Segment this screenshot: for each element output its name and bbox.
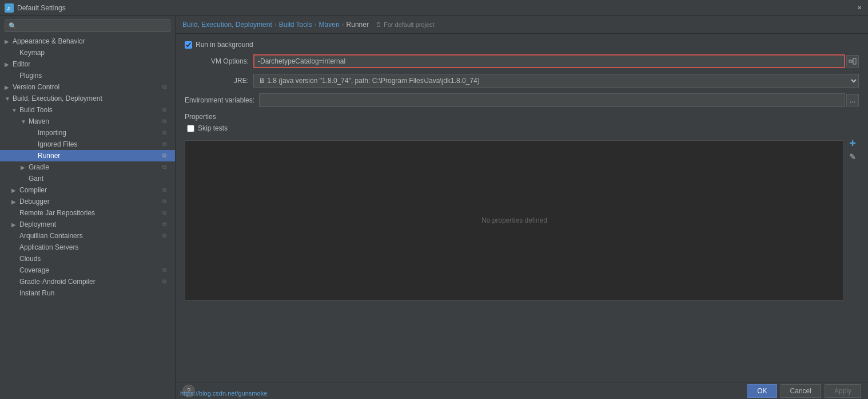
copy-icon: ⧉ <box>162 210 170 216</box>
sidebar-item-version-control[interactable]: ▶ Version Control ⧉ <box>0 81 175 93</box>
sidebar-item-compiler[interactable]: ▶ Compiler ⧉ <box>0 184 175 196</box>
for-default-label: 🗒 For default project <box>376 21 435 28</box>
arrow-icon: ▶ <box>11 187 19 193</box>
sidebar-item-application-servers[interactable]: Application Servers <box>0 242 175 253</box>
env-vars-input[interactable] <box>259 93 845 107</box>
sidebar-item-label: Build, Execution, Deployment <box>13 94 102 102</box>
sidebar-item-gradle-android-compiler[interactable]: Gradle-Android Compiler ⧉ <box>0 276 175 287</box>
sidebar-item-maven[interactable]: ▼ Maven ⧉ <box>0 116 175 127</box>
sidebar-item-coverage[interactable]: Coverage ⧉ <box>0 264 175 276</box>
breadcrumb: Build, Execution, Deployment › Build Too… <box>176 16 868 34</box>
window-controls: ✕ <box>855 4 863 12</box>
edit-property-button[interactable]: ✎ <box>846 151 859 163</box>
jre-row: JRE: 🖥 1.8 (java version "1.8.0_74", pat… <box>185 74 859 88</box>
sidebar-item-gradle[interactable]: ▶ Gradle ⧉ <box>0 161 175 173</box>
sidebar-item-label: Build Tools <box>19 106 53 114</box>
svg-text:J: J <box>7 6 10 11</box>
sidebar-item-instant-run[interactable]: Instant Run <box>0 287 175 299</box>
sidebar-item-arquillian-containers[interactable]: Arquillian Containers ⧉ <box>0 230 175 242</box>
breadcrumb-part-1[interactable]: Build, Execution, Deployment <box>182 21 272 29</box>
sidebar-item-label: Plugins <box>19 72 42 80</box>
skip-tests-checkbox[interactable] <box>187 125 194 132</box>
copy-icon: ⧉ <box>162 141 170 148</box>
search-box[interactable]: 🔍 <box>5 19 170 32</box>
search-input[interactable] <box>19 22 166 30</box>
sidebar-item-label: Compiler <box>19 186 47 194</box>
content-area: Build, Execution, Deployment › Build Too… <box>176 16 868 382</box>
sidebar-item-label: Ignored Files <box>38 140 77 148</box>
copy-icon: ⧉ <box>162 129 170 136</box>
breadcrumb-current: Runner <box>347 21 369 29</box>
arrow-icon: ▼ <box>5 96 13 102</box>
sidebar-item-build-execution-deployment[interactable]: ▼ Build, Execution, Deployment <box>0 93 175 104</box>
cancel-button[interactable]: Cancel <box>781 384 821 398</box>
sidebar-item-keymap[interactable]: Keymap <box>0 47 175 58</box>
sidebar-item-label: Editor <box>13 60 30 68</box>
sidebar-item-remote-jar-repositories[interactable]: Remote Jar Repositories ⧉ <box>0 207 175 219</box>
apply-button[interactable]: Apply <box>825 384 861 398</box>
env-vars-more-button[interactable]: ... <box>846 94 859 106</box>
sidebar-item-label: Runner <box>38 152 60 160</box>
copy-icon: ⧉ <box>162 152 170 159</box>
sidebar-item-label: Application Servers <box>19 243 78 251</box>
no-properties-text: No properties defined <box>481 216 547 224</box>
arrow-icon: ▼ <box>21 118 29 125</box>
properties-area-container: No properties defined + ✎ <box>185 137 859 301</box>
sidebar-item-appearance-behavior[interactable]: ▶ Appearance & Behavior <box>0 35 175 47</box>
url-bar: https://blog.csdn.net/gunsmoke <box>180 390 267 397</box>
properties-section: Properties Skip tests No properties defi… <box>185 113 859 301</box>
copy-icon: ⧉ <box>162 84 170 90</box>
sidebar-item-label: Version Control <box>13 83 59 91</box>
copy-icon: ⧉ <box>162 198 170 205</box>
sidebar-item-plugins[interactable]: Plugins <box>0 70 175 81</box>
window-title: Default Settings <box>17 4 855 12</box>
breadcrumb-part-2[interactable]: Build Tools <box>279 21 312 29</box>
arrow-icon: ▼ <box>11 107 19 113</box>
sidebar: 🔍 ▶ Appearance & Behavior Keymap ▶ Edito… <box>0 16 176 399</box>
add-property-button[interactable]: + <box>846 137 859 149</box>
jre-select-wrapper: 🖥 1.8 (java version "1.8.0_74", path: C:… <box>253 74 859 88</box>
sidebar-item-ignored-files[interactable]: Ignored Files ⧉ <box>0 139 175 150</box>
sidebar-item-runner[interactable]: Runner ⧉ <box>0 150 175 161</box>
svg-rect-2 <box>849 60 852 62</box>
close-btn[interactable]: ✕ <box>855 4 863 12</box>
sidebar-item-label: Coverage <box>19 266 49 274</box>
arrow-icon: ▶ <box>5 84 13 90</box>
vm-options-row: VM Options: <box>185 54 859 68</box>
sidebar-item-label: Remote Jar Repositories <box>19 209 95 217</box>
run-in-background-row: Run in background <box>185 41 859 49</box>
properties-title: Properties <box>185 113 859 121</box>
sidebar-item-deployment[interactable]: ▶ Deployment ⧉ <box>0 219 175 230</box>
sidebar-item-label: Gant <box>29 175 43 183</box>
ok-button[interactable]: OK <box>747 384 777 398</box>
skip-tests-row: Skip tests <box>187 124 859 132</box>
sidebar-item-label: Keymap <box>19 49 45 57</box>
vm-options-label: VM Options: <box>185 57 253 65</box>
skip-tests-label[interactable]: Skip tests <box>198 124 228 132</box>
arrow-icon: ▶ <box>21 164 29 171</box>
arrow-icon: ▶ <box>11 199 19 205</box>
breadcrumb-part-3[interactable]: Maven <box>319 21 340 29</box>
bottom-bar: ? https://blog.csdn.net/gunsmoke OK Canc… <box>176 382 868 399</box>
jre-select[interactable]: 🖥 1.8 (java version "1.8.0_74", path: C:… <box>253 74 859 88</box>
run-in-background-label[interactable]: Run in background <box>196 41 253 49</box>
sidebar-item-debugger[interactable]: ▶ Debugger ⧉ <box>0 196 175 207</box>
sidebar-item-build-tools[interactable]: ▼ Build Tools ⧉ <box>0 104 175 116</box>
sidebar-item-label: Gradle-Android Compiler <box>19 278 95 286</box>
vm-options-input[interactable] <box>253 54 845 68</box>
sidebar-item-clouds[interactable]: Clouds <box>0 253 175 264</box>
copy-icon: ⧉ <box>162 278 170 285</box>
copy-icon: ⧉ <box>162 164 170 171</box>
sidebar-item-importing[interactable]: Importing ⧉ <box>0 127 175 139</box>
sidebar-item-editor[interactable]: ▶ Editor <box>0 58 175 70</box>
run-in-background-checkbox[interactable] <box>185 41 192 49</box>
properties-action-buttons: + ✎ <box>846 137 859 301</box>
properties-content: No properties defined <box>185 140 844 301</box>
sidebar-item-label: Appearance & Behavior <box>13 37 85 45</box>
sidebar-item-label: Maven <box>29 117 49 125</box>
arrow-icon: ▶ <box>5 61 13 68</box>
vm-options-expand-button[interactable] <box>846 55 859 68</box>
jre-label: JRE: <box>185 77 253 85</box>
env-vars-label: Environment variables: <box>185 96 259 104</box>
sidebar-item-gant[interactable]: Gant <box>0 173 175 184</box>
